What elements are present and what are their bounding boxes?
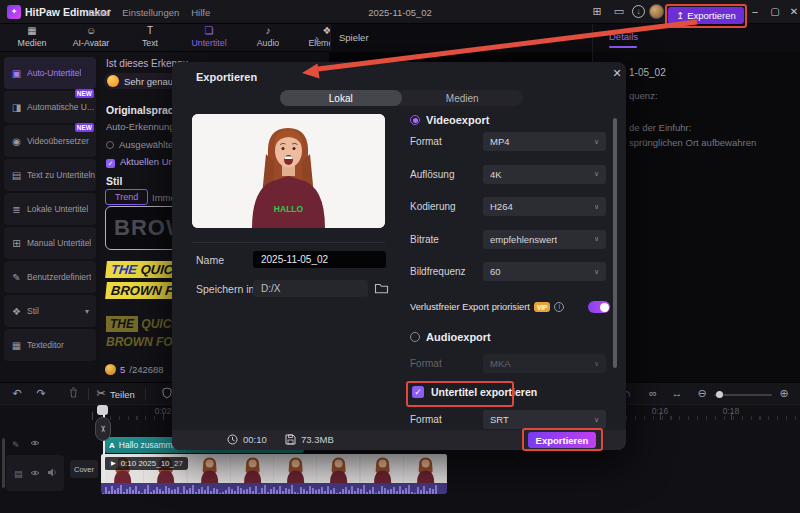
toolbar-item[interactable]: ☺ AI-Avatar bbox=[69, 25, 113, 48]
dropdown[interactable]: H264 ∨ bbox=[483, 197, 606, 216]
playhead-scissors-icon[interactable]: ✂ bbox=[95, 417, 111, 441]
file-size-info: 73.3MB bbox=[285, 434, 334, 445]
chevron-down-icon: ∨ bbox=[594, 138, 599, 146]
sidebar-item[interactable]: ≣ Lokale Untertitel bbox=[4, 193, 96, 225]
accuracy-rating[interactable]: Sehr genau bbox=[104, 73, 181, 89]
video-thumbnail bbox=[231, 454, 274, 483]
menu-item[interactable]: Einstellungen bbox=[122, 7, 179, 18]
user-avatar[interactable] bbox=[649, 4, 664, 19]
download-icon[interactable]: ↓ bbox=[632, 5, 645, 18]
dropdown-disabled: MKA ∨ bbox=[483, 354, 606, 373]
clock-icon bbox=[227, 434, 238, 445]
chevron-down-icon: ∨ bbox=[594, 360, 599, 368]
sidebar-item[interactable]: ❖ Stil ▾ bbox=[4, 295, 96, 327]
lossless-toggle[interactable] bbox=[588, 301, 610, 313]
name-label: Name bbox=[196, 254, 224, 266]
split-label[interactable]: Teilen bbox=[110, 389, 135, 400]
speaker-icon[interactable] bbox=[47, 468, 57, 479]
undo-icon[interactable]: ↶ bbox=[10, 387, 24, 400]
redo-icon[interactable]: ↷ bbox=[34, 387, 48, 400]
toolbar-item[interactable]: ❏ Untertitel bbox=[187, 25, 231, 48]
info-icon[interactable]: i bbox=[554, 302, 564, 312]
toolbar-item-icon: ♪ bbox=[266, 25, 271, 37]
cover-button[interactable]: Cover bbox=[70, 460, 98, 478]
details-panel-header: Details bbox=[592, 24, 800, 52]
sidebar-item[interactable]: ▤ Text zu Untertiteln bbox=[4, 159, 96, 191]
menu-item[interactable]: Datei bbox=[88, 7, 110, 18]
main-toolbar: ▦ Medien ☺ AI-Avatar T Text ❏ Untertitel bbox=[0, 24, 800, 52]
dropdown[interactable]: 4K ∨ bbox=[483, 165, 606, 184]
sidebar-item-icon: ▣ bbox=[11, 68, 22, 79]
subtitle-track-visibility-icon[interactable] bbox=[30, 439, 40, 449]
audio-export-section[interactable]: Audioexport bbox=[410, 331, 491, 343]
minimize-button[interactable]: – bbox=[748, 6, 762, 17]
track-scrollbar[interactable] bbox=[2, 438, 5, 488]
export-button-top[interactable]: ↥ Exportieren bbox=[668, 7, 744, 24]
close-button[interactable]: ✕ bbox=[787, 6, 800, 17]
save-path-input[interactable]: D:/X bbox=[253, 280, 368, 297]
sidebar-item[interactable]: ⊞ Manual Untertitel bbox=[4, 227, 96, 259]
sidebar-item[interactable]: ▣ Auto-Untertitel bbox=[4, 57, 96, 89]
toolbar-item-icon: ▦ bbox=[27, 25, 36, 37]
dropdown[interactable]: empfehlenswert ∨ bbox=[483, 230, 606, 249]
maximize-button[interactable]: ▢ bbox=[768, 6, 782, 17]
sidebar-item[interactable]: ◨ Automatische U... NEW bbox=[4, 91, 96, 123]
delete-icon[interactable] bbox=[66, 387, 80, 400]
subtitle-type-icon: A bbox=[109, 441, 115, 450]
workspace-layout-icon[interactable]: ⊞ bbox=[589, 5, 605, 18]
title-bar: ✦ HitPaw Edimakor DateiEinstellungenHilf… bbox=[0, 0, 800, 24]
radio-unselected-icon bbox=[410, 332, 420, 342]
video-export-section[interactable]: Videoexport bbox=[410, 114, 489, 126]
details-frequency-label: quenz: bbox=[629, 90, 658, 101]
split-scissors-icon[interactable]: ✂ bbox=[94, 387, 108, 400]
chevron-down-icon: ∨ bbox=[594, 268, 599, 276]
ai-credit-coin-icon bbox=[105, 364, 116, 375]
playhead-handle[interactable] bbox=[97, 405, 108, 415]
dialog-close-icon[interactable]: ✕ bbox=[610, 67, 624, 80]
export-setting-row: Auflösung 4K ∨ bbox=[410, 165, 606, 184]
export-tab[interactable]: Medien bbox=[402, 90, 524, 106]
export-tab[interactable]: Lokal bbox=[280, 90, 402, 106]
credits-counter: 5/242688 bbox=[105, 364, 164, 375]
video-thumbnail bbox=[404, 454, 447, 483]
timeline-zoom-knob[interactable] bbox=[716, 391, 723, 398]
zoom-in-icon[interactable]: ⊕ bbox=[777, 387, 791, 400]
toolbar-item-icon: ❏ bbox=[205, 25, 214, 37]
sidebar-item[interactable]: ▦ Texteditor bbox=[4, 329, 96, 361]
film-icon[interactable]: ▤ bbox=[14, 469, 23, 479]
language-dropdown[interactable]: Auto-Erkennung bbox=[106, 121, 175, 132]
video-visibility-icon[interactable] bbox=[30, 469, 40, 479]
subtitle-track-effect-icon[interactable]: ✎ bbox=[12, 440, 20, 450]
export-confirm-button[interactable]: Exportieren bbox=[528, 432, 596, 448]
toolbar-item[interactable]: T Text bbox=[128, 25, 172, 48]
subtitle-export-checkbox-row[interactable]: ✓ Untertitel exportieren bbox=[412, 386, 537, 398]
video-thumbnail bbox=[317, 454, 360, 483]
dropdown[interactable]: 60 ∨ bbox=[483, 262, 606, 281]
menu-item[interactable]: Hilfe bbox=[191, 7, 210, 18]
video-clip-label: ▶ 0:10 2025_10_27 bbox=[104, 457, 188, 470]
toolbar-item-icon: ☺ bbox=[86, 25, 96, 37]
radio-icon bbox=[106, 141, 114, 149]
style-tab-trend[interactable]: Trend bbox=[105, 189, 148, 205]
fit-timeline-icon[interactable]: ↔ bbox=[670, 387, 684, 399]
folder-icon[interactable] bbox=[374, 281, 390, 297]
sidebar-item-icon: ▤ bbox=[11, 170, 22, 181]
link-clips-icon[interactable]: ∞ bbox=[646, 387, 660, 399]
divider bbox=[88, 388, 89, 400]
toolbar-overflow-icon[interactable]: › bbox=[315, 32, 319, 46]
toolbar-item[interactable]: ▦ Medien bbox=[10, 25, 54, 48]
zoom-out-icon[interactable]: ⊖ bbox=[695, 387, 709, 400]
dropdown[interactable]: MP4 ∨ bbox=[483, 132, 606, 151]
sidebar-item[interactable]: ✎ Benutzerdefiniert bbox=[4, 261, 96, 293]
tab-details[interactable]: Details bbox=[609, 31, 638, 42]
audio-waveform bbox=[101, 483, 447, 494]
dialog-scrollbar[interactable] bbox=[613, 118, 617, 368]
vip-badge: VIP bbox=[534, 302, 550, 312]
feedback-icon[interactable]: ▭ bbox=[611, 5, 627, 18]
dropdown[interactable]: SRT ∨ bbox=[483, 410, 606, 429]
export-setting-row: Kodierung H264 ∨ bbox=[410, 197, 606, 216]
smile-emoji-icon bbox=[107, 75, 119, 87]
toolbar-item[interactable]: ♪ Audio bbox=[246, 25, 290, 48]
name-input[interactable]: 2025-11-05_02 bbox=[253, 251, 386, 268]
sidebar-item[interactable]: ◉ Videoübersetzer NEW bbox=[4, 125, 96, 157]
